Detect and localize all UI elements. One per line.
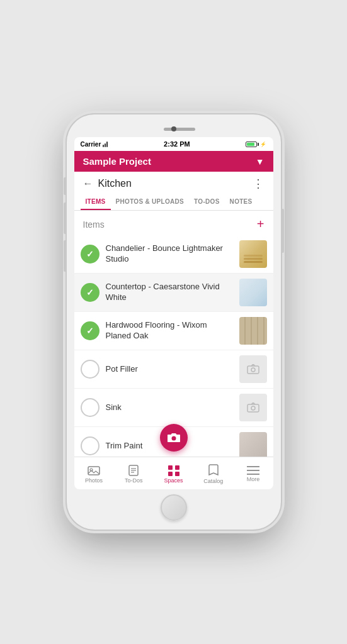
checkmark-icon: ✓ bbox=[86, 288, 94, 297]
tabs-bar: ITEMS PHOTOS & UPLOADS TO-DOS NOTES bbox=[74, 193, 273, 211]
tab-items[interactable]: ITEMS bbox=[81, 193, 111, 210]
project-dropdown-icon: ▼ bbox=[256, 157, 265, 167]
svg-rect-2 bbox=[247, 404, 259, 412]
sub-header-left: ← Kitchen bbox=[83, 178, 132, 189]
camera-fab-button[interactable] bbox=[160, 424, 188, 452]
item-thumb-4 bbox=[239, 355, 267, 383]
svg-point-3 bbox=[251, 406, 255, 410]
front-camera bbox=[171, 126, 176, 131]
phone-volume-up bbox=[64, 203, 66, 234]
more-options-button[interactable]: ⋮ bbox=[253, 177, 265, 191]
item-check-3[interactable]: ✓ bbox=[81, 321, 100, 340]
nav-item-todos[interactable]: To-Dos bbox=[114, 465, 154, 484]
battery-icon: ⚡ bbox=[246, 142, 266, 147]
item-check-5[interactable] bbox=[81, 398, 100, 417]
back-button[interactable]: ← bbox=[83, 178, 93, 189]
svg-rect-12 bbox=[175, 465, 179, 470]
nav-label-photos: Photos bbox=[85, 477, 103, 484]
tab-notes[interactable]: NOTES bbox=[225, 193, 258, 210]
carrier-label: Carrier bbox=[81, 141, 101, 148]
item-check-6[interactable] bbox=[81, 436, 100, 455]
list-item[interactable]: Pot Filler bbox=[74, 350, 273, 389]
add-item-button[interactable]: + bbox=[257, 217, 265, 231]
item-thumb-2 bbox=[239, 279, 267, 306]
camera-icon bbox=[167, 432, 181, 443]
project-title: Sample Project bbox=[83, 156, 151, 167]
svg-point-4 bbox=[171, 436, 176, 441]
bottom-nav: Photos To-Dos Spaces bbox=[74, 457, 273, 489]
item-thumb-3 bbox=[239, 317, 267, 345]
list-item[interactable]: ✓ Hardwood Flooring - Wixom Planed Oak bbox=[74, 312, 273, 350]
battery-bolt: ⚡ bbox=[260, 142, 266, 147]
item-name-2: Countertop - Caesarstone Vivid White bbox=[106, 282, 233, 303]
items-section: Items + ✓ Chandelier - Bounce Lightmaker… bbox=[74, 211, 273, 457]
item-thumb-5 bbox=[239, 394, 267, 421]
room-title: Kitchen bbox=[98, 178, 132, 189]
items-header: Items + bbox=[74, 211, 273, 235]
phone-speaker bbox=[164, 128, 195, 131]
nav-item-spaces[interactable]: Spaces bbox=[154, 465, 193, 484]
nav-item-catalog[interactable]: Catalog bbox=[193, 464, 233, 484]
status-bar: Carrier 2:32 PM ⚡ bbox=[74, 137, 273, 151]
project-header[interactable]: Sample Project ▼ bbox=[74, 151, 273, 172]
todos-icon bbox=[128, 465, 139, 476]
checkmark-icon: ✓ bbox=[86, 326, 94, 335]
svg-rect-5 bbox=[88, 467, 100, 475]
status-right: ⚡ bbox=[246, 142, 266, 147]
item-check-4[interactable] bbox=[81, 360, 100, 379]
checkmark-icon: ✓ bbox=[86, 250, 94, 258]
tab-todos[interactable]: TO-DOS bbox=[189, 193, 225, 210]
wifi-icon bbox=[103, 141, 108, 147]
item-name-1: Chandelier - Bounce Lightmaker Studio bbox=[106, 243, 233, 265]
list-item[interactable]: Sink bbox=[74, 389, 273, 427]
nav-label-spaces: Spaces bbox=[164, 477, 183, 484]
phone-screen: Carrier 2:32 PM ⚡ Sample Project ▼ bbox=[74, 137, 273, 489]
more-icon bbox=[247, 466, 259, 475]
item-thumb-6 bbox=[239, 432, 267, 457]
list-item[interactable]: ✓ Chandelier - Bounce Lightmaker Studio bbox=[74, 235, 273, 274]
item-name-4: Pot Filler bbox=[106, 364, 233, 375]
item-check-1[interactable]: ✓ bbox=[81, 245, 100, 264]
items-label: Items bbox=[83, 219, 105, 230]
svg-rect-11 bbox=[168, 465, 173, 470]
phone-frame: Carrier 2:32 PM ⚡ Sample Project ▼ bbox=[67, 114, 281, 530]
home-button[interactable] bbox=[161, 494, 187, 521]
phone-volume-down bbox=[64, 240, 66, 272]
spaces-icon bbox=[168, 465, 180, 476]
nav-item-more[interactable]: More bbox=[233, 466, 273, 482]
nav-label-more: More bbox=[247, 476, 260, 482]
list-item[interactable]: ✓ Countertop - Caesarstone Vivid White bbox=[74, 274, 273, 312]
sub-header: ← Kitchen ⋮ bbox=[74, 172, 273, 193]
status-time: 2:32 PM bbox=[164, 140, 190, 148]
svg-rect-14 bbox=[175, 472, 179, 476]
nav-label-todos: To-Dos bbox=[125, 477, 143, 484]
phone-silent-switch bbox=[64, 177, 66, 195]
svg-rect-0 bbox=[247, 366, 259, 374]
phone-top-bar bbox=[72, 122, 276, 136]
item-check-2[interactable]: ✓ bbox=[81, 283, 100, 302]
catalog-icon bbox=[208, 464, 219, 477]
photos-icon bbox=[88, 465, 100, 476]
status-left: Carrier bbox=[81, 141, 108, 148]
nav-label-catalog: Catalog bbox=[203, 478, 223, 484]
svg-rect-13 bbox=[168, 472, 173, 476]
svg-point-1 bbox=[251, 368, 255, 372]
item-name-3: Hardwood Flooring - Wixom Planed Oak bbox=[106, 320, 233, 341]
item-name-5: Sink bbox=[106, 402, 233, 413]
phone-power-button bbox=[282, 209, 284, 253]
nav-item-photos[interactable]: Photos bbox=[74, 465, 114, 484]
tab-photos[interactable]: PHOTOS & UPLOADS bbox=[111, 193, 190, 210]
item-thumb-1 bbox=[239, 240, 267, 268]
